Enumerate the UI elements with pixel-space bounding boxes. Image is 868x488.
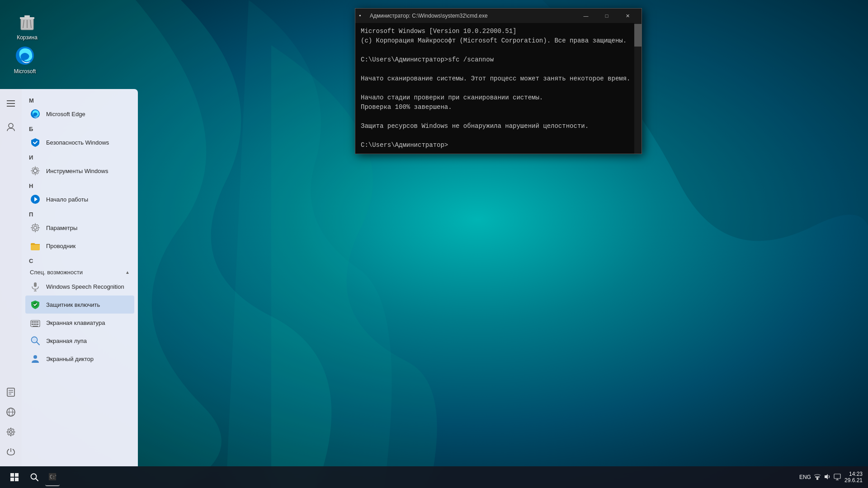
- section-letter-b: Б: [25, 123, 134, 133]
- osk-name: Экранная клавиатура: [46, 319, 105, 326]
- taskbar: C:\ ENG: [0, 466, 868, 488]
- section-letter-n: Н: [25, 180, 134, 190]
- cmd-title: Администратор: C:\Windows\system32\cmd.e…: [370, 13, 572, 19]
- recycle-bin-img: [16, 11, 38, 33]
- explorer-icon: [30, 240, 41, 251]
- svg-point-22: [33, 169, 37, 173]
- recycle-bin-icon[interactable]: Корзина: [9, 9, 45, 42]
- microsoft-edge-desktop-icon[interactable]: Microsoft: [7, 43, 43, 76]
- app-item-windows-security[interactable]: Безопасность Windows: [25, 133, 134, 151]
- special-section-header[interactable]: Спец. возможности ▲: [25, 265, 134, 277]
- svg-rect-36: [32, 324, 33, 325]
- sidebar-settings-icon[interactable]: [2, 423, 20, 441]
- explorer-name: Проводник: [46, 243, 75, 249]
- app-item-windows-tools[interactable]: Инструменты Windows: [25, 162, 134, 180]
- magnifier-icon: [30, 335, 41, 346]
- cmd-line-7: [361, 84, 636, 93]
- cmd-minimize-btn[interactable]: —: [576, 9, 596, 23]
- svg-rect-2: [20, 17, 34, 19]
- svg-rect-26: [31, 244, 40, 250]
- cmd-taskbar-item[interactable]: C:\: [45, 468, 60, 486]
- cmd-body: Microsoft Windows [Version 10.0.22000.51…: [355, 23, 642, 154]
- edge-desktop-label: Microsoft: [14, 68, 36, 75]
- app-item-defender[interactable]: Защитник включить: [25, 296, 134, 314]
- svg-line-50: [36, 479, 38, 481]
- app-item-narrator[interactable]: Экранный диктор: [25, 350, 134, 368]
- taskbar-clock[interactable]: 14:23 29.6.21: [844, 471, 863, 483]
- sidebar-globe-icon[interactable]: [2, 403, 20, 421]
- sidebar-document-icon[interactable]: [2, 383, 20, 401]
- narrator-icon: [30, 353, 41, 364]
- settings-name: Параметры: [46, 225, 77, 231]
- cmd-line-6: Начато сканирование системы. Этот процес…: [361, 74, 636, 84]
- svg-rect-54: [815, 476, 820, 478]
- sidebar-power-icon[interactable]: [2, 443, 20, 461]
- edge-app-name: Microsoft Edge: [46, 111, 85, 117]
- recycle-bin-label: Корзина: [17, 34, 38, 41]
- app-item-magnifier[interactable]: Экранная лупа: [25, 332, 134, 350]
- svg-rect-53: [816, 478, 818, 480]
- chevron-up-icon: ▲: [125, 270, 130, 275]
- windows-security-icon: [30, 137, 41, 148]
- svg-text:C:\: C:\: [50, 474, 56, 479]
- svg-rect-45: [10, 473, 14, 477]
- app-item-get-started[interactable]: Начало работы: [25, 190, 134, 208]
- volume-icon[interactable]: [824, 473, 831, 482]
- clock-date: 29.6.21: [844, 477, 863, 483]
- svg-rect-39: [37, 324, 38, 325]
- cmd-scrollbar[interactable]: [634, 23, 642, 154]
- speech-recognition-name: Windows Speech Recognition: [46, 283, 124, 290]
- svg-point-19: [9, 431, 12, 433]
- narrator-name: Экранный диктор: [46, 356, 94, 362]
- app-item-osk[interactable]: Экранная клавиатура: [25, 314, 134, 332]
- network-icon[interactable]: [814, 473, 821, 482]
- sidebar-menu-icon[interactable]: [2, 94, 20, 113]
- svg-rect-35: [37, 321, 38, 323]
- section-letter-i: И: [25, 151, 134, 162]
- cmd-titlebar[interactable]: ▪ Администратор: C:\Windows\system32\cmd…: [355, 9, 642, 23]
- svg-rect-3: [24, 15, 30, 17]
- clock-time: 14:23: [849, 471, 863, 477]
- display-icon[interactable]: [834, 473, 841, 482]
- mic-icon: [30, 281, 41, 292]
- cmd-maximize-btn[interactable]: □: [596, 9, 617, 23]
- taskbar-left: C:\: [5, 468, 60, 486]
- start-menu-sidebar: [0, 89, 22, 466]
- get-started-icon: [30, 194, 41, 205]
- svg-point-44: [33, 355, 37, 359]
- svg-rect-8: [7, 100, 15, 101]
- svg-rect-38: [35, 324, 37, 325]
- app-item-microsoft-edge[interactable]: Microsoft Edge: [25, 105, 134, 123]
- defender-name: Защитник включить: [46, 301, 100, 308]
- svg-point-11: [9, 123, 13, 128]
- svg-rect-27: [34, 282, 37, 287]
- defender-icon: [30, 299, 41, 310]
- desktop: Корзина Microsoft ▪ Администратор: C:\Wi…: [0, 0, 868, 488]
- windows-security-name: Безопасность Windows: [46, 139, 109, 146]
- svg-rect-37: [33, 324, 35, 325]
- cmd-close-btn[interactable]: ✕: [617, 9, 638, 23]
- cmd-line-13: C:\Users\Администратор>: [361, 141, 636, 150]
- app-item-settings[interactable]: Параметры: [25, 219, 134, 237]
- language-indicator[interactable]: ENG: [799, 474, 811, 480]
- cmd-window[interactable]: ▪ Администратор: C:\Windows\system32\cmd…: [355, 8, 642, 154]
- sidebar-user-icon[interactable]: [2, 118, 20, 136]
- svg-rect-56: [834, 474, 840, 479]
- settings-icon: [30, 222, 41, 233]
- svg-point-43: [33, 338, 36, 342]
- cmd-line-3: [361, 46, 636, 55]
- get-started-name: Начало работы: [46, 196, 88, 203]
- keyboard-icon: [30, 317, 41, 328]
- search-button[interactable]: [25, 468, 43, 486]
- start-button[interactable]: [5, 468, 24, 486]
- cmd-line-4: C:\Users\Администратор>sfc /scannow: [361, 55, 636, 65]
- app-item-explorer[interactable]: Проводник: [25, 237, 134, 255]
- cmd-icon: ▪: [359, 12, 366, 19]
- svg-rect-34: [35, 321, 37, 323]
- section-letter-s: С: [25, 255, 134, 265]
- svg-rect-32: [32, 321, 33, 323]
- svg-line-42: [37, 342, 39, 345]
- svg-rect-10: [7, 106, 15, 107]
- app-item-speech-recognition[interactable]: Windows Speech Recognition: [25, 277, 134, 296]
- cmd-scroll-thumb[interactable]: [634, 24, 642, 47]
